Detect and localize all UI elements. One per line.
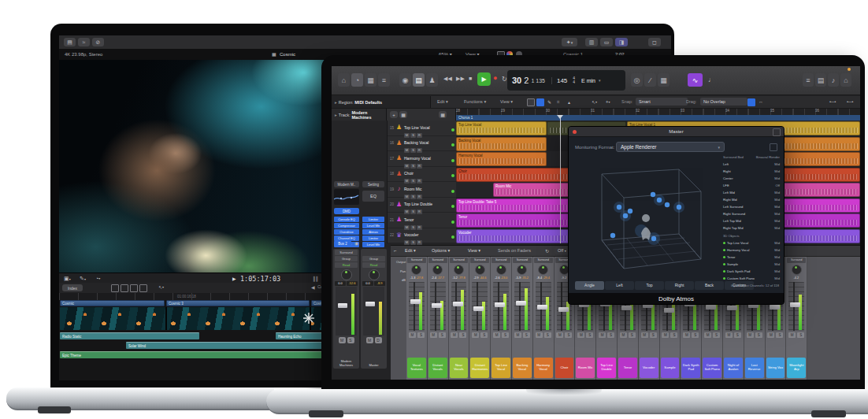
- fader-thumb[interactable]: [365, 302, 375, 306]
- clip-appearance-icon-2[interactable]: [121, 284, 128, 292]
- solo-button[interactable]: S: [713, 332, 720, 338]
- object-row[interactable]: Tenor Mid: [723, 254, 780, 261]
- bed-render-value[interactable]: Mid: [774, 217, 780, 224]
- channel-name-label[interactable]: Top Line Double: [597, 358, 616, 378]
- forward-icon[interactable]: ▶▶: [456, 76, 465, 82]
- channel-name-label[interactable]: Custom Soft Piano: [703, 358, 721, 378]
- bed-render-value[interactable]: Mid: [774, 210, 780, 217]
- solo-button[interactable]: S: [607, 332, 614, 338]
- functions-menu[interactable]: Functions ▾: [464, 100, 486, 105]
- channel-name-label[interactable]: Distant Vocals: [428, 358, 447, 378]
- flag-tool-icon[interactable]: ▴: [568, 99, 570, 105]
- pencil-tool-icon[interactable]: ✎: [547, 99, 551, 105]
- mute-button[interactable]: M: [493, 332, 500, 338]
- pan-knob[interactable]: [517, 265, 527, 275]
- mixer-options-menu[interactable]: Options ▾: [432, 249, 450, 254]
- bus-button[interactable]: Bus 2: [334, 240, 351, 247]
- fader-thumb[interactable]: [338, 303, 347, 308]
- tool-button-2[interactable]: [536, 98, 544, 106]
- mute-button[interactable]: M: [514, 332, 521, 338]
- setting-button[interactable]: Setting: [362, 181, 384, 187]
- pan-knob[interactable]: [475, 265, 485, 275]
- enhancements-button[interactable]: ✦▾: [562, 38, 577, 46]
- fader-thumb[interactable]: [473, 306, 484, 311]
- solo-button[interactable]: S: [347, 337, 354, 343]
- playhead[interactable]: [560, 115, 561, 243]
- volume-fader[interactable]: [336, 287, 357, 336]
- mixer-channel-strip[interactable]: Surround -2.9-44.6 M S Distant: [469, 257, 491, 380]
- add-track-button[interactable]: +: [390, 111, 398, 118]
- channel-name-label[interactable]: Tenor: [618, 358, 637, 378]
- metronome-icon[interactable]: ♩: [708, 76, 715, 83]
- title-clip[interactable]: Cosmic: [60, 300, 165, 306]
- output-slot[interactable]: Surround: [450, 258, 469, 263]
- channel-name-label[interactable]: Top Line Vocal: [491, 358, 510, 378]
- fx-slot-button[interactable]: Overdrive: [334, 229, 359, 235]
- mixer-channel-strip[interactable]: Surround -2.4-17.7 M S Distant: [428, 257, 449, 380]
- list-editors-button[interactable]: ≡: [803, 73, 814, 87]
- view-button[interactable]: Angle: [575, 281, 604, 290]
- solo-button[interactable]: S: [670, 332, 677, 338]
- solo-button[interactable]: S: [692, 332, 699, 338]
- mute-button[interactable]: M: [683, 332, 690, 338]
- bed-channel-row[interactable]: Right Top Mid Mid: [723, 224, 780, 232]
- input-monitor-dot[interactable]: [451, 143, 454, 146]
- link-icon[interactable]: [773, 128, 781, 136]
- channel-name-label[interactable]: Vocal Textures: [407, 358, 426, 378]
- solo-button[interactable]: S: [650, 332, 657, 338]
- transform-tool-button[interactable]: ▣ ▾: [64, 276, 71, 282]
- browser-button[interactable]: ⌂: [840, 73, 851, 87]
- channel-name-label[interactable]: Choir: [555, 358, 574, 378]
- atmos-3d-room[interactable]: [578, 158, 716, 278]
- region-clip[interactable]: Top Line Vocal: [456, 121, 547, 135]
- master-volume-button[interactable]: ▦: [658, 73, 670, 87]
- fader-thumb[interactable]: [727, 306, 737, 310]
- solo-button[interactable]: S: [586, 332, 593, 338]
- toolbar-button[interactable]: ≡: [378, 73, 390, 87]
- smart-controls-button[interactable]: ◉: [399, 73, 411, 87]
- volume-fader[interactable]: [451, 282, 467, 331]
- fader-thumb[interactable]: [558, 307, 569, 312]
- channel-name-label[interactable]: Room Mic: [576, 358, 595, 378]
- bed-render-value[interactable]: Mid: [774, 161, 780, 168]
- fader-thumb[interactable]: [410, 299, 421, 304]
- fader-thumb[interactable]: [537, 305, 547, 310]
- mixer-channel-strip[interactable]: Surround -5.2-77.8 M S Near Voc: [449, 257, 470, 380]
- mute-button[interactable]: M: [409, 332, 416, 338]
- arrow-tool-button[interactable]: ↖ ▾: [158, 284, 164, 290]
- mixer-channel-strip[interactable]: Surround -2.6-23.0 M S Top Line: [491, 257, 512, 380]
- output-slot[interactable]: Surround: [534, 258, 553, 263]
- object-render-value[interactable]: Mid: [774, 239, 780, 247]
- mute-button[interactable]: M: [747, 332, 754, 338]
- mute-button[interactable]: M: [430, 332, 437, 338]
- bed-channel-row[interactable]: Center Mid: [723, 175, 780, 182]
- marquee-tool-icon[interactable]: ⌗: [557, 99, 559, 105]
- tuner-button[interactable]: ◎: [631, 73, 643, 87]
- fx-slot-button[interactable]: Level Mtr: [362, 242, 384, 247]
- fader-thumb[interactable]: [770, 305, 780, 310]
- bed-channel-row[interactable]: Right Mid Mid: [723, 196, 780, 203]
- volume-fader[interactable]: [472, 282, 488, 331]
- mixer-channel-strip[interactable]: Surround -8.4-29.4 M S Harmony: [533, 257, 555, 380]
- catch-playhead-button[interactable]: [747, 98, 755, 106]
- lock-button[interactable]: ◻: [648, 38, 661, 46]
- volume-fader[interactable]: [430, 282, 446, 331]
- object-render-value[interactable]: Mid: [774, 247, 780, 254]
- mute-button[interactable]: M: [662, 332, 669, 338]
- mute-button[interactable]: M: [339, 337, 346, 343]
- output-slot[interactable]: Surround: [470, 258, 489, 263]
- fx-slot-button[interactable]: Limiter: [362, 235, 384, 241]
- object-row[interactable]: Top Line Vocal Mid: [723, 239, 780, 247]
- mixer-button[interactable]: ▤: [413, 73, 425, 87]
- channel-name-label[interactable]: Near Vocals: [450, 358, 469, 378]
- volume-fader[interactable]: [514, 282, 530, 331]
- tool-button-1[interactable]: [527, 98, 535, 106]
- bed-render-value[interactable]: Off: [775, 182, 780, 189]
- bed-render-value[interactable]: Mid: [774, 203, 780, 210]
- bed-channel-row[interactable]: Left Mid Mid: [723, 189, 780, 196]
- track-row[interactable]: 22 ♛ Vocoder M S R: [387, 228, 456, 244]
- play-icon[interactable]: ▶: [232, 276, 236, 281]
- retime-tool-button[interactable]: ◔ ▾: [95, 276, 100, 281]
- inspector-toggle-button[interactable]: ◨: [615, 38, 628, 46]
- fader-thumb[interactable]: [516, 301, 526, 306]
